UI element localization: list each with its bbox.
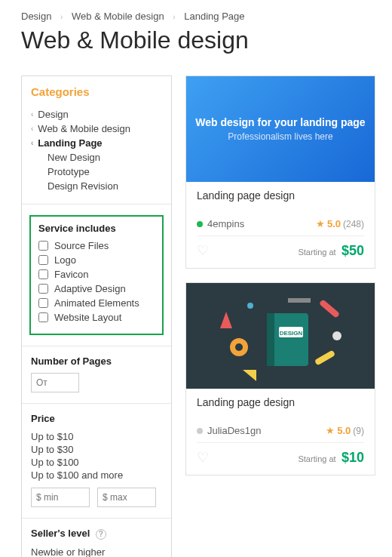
service-card[interactable]: DESIGN Landing page design <box>185 282 375 475</box>
breadcrumb-link[interactable]: Design <box>21 11 51 22</box>
star-icon: ★ <box>326 425 335 436</box>
card-title: Landing page design <box>197 189 364 202</box>
card-thumbnail: Web design for your landing page Profess… <box>186 76 375 182</box>
svg-point-11 <box>332 331 341 340</box>
price-option[interactable]: Up to $30 <box>31 443 162 456</box>
pages-from-input[interactable] <box>31 373 79 392</box>
filter-source-files[interactable]: Source Files <box>38 238 155 253</box>
rating-value: 5.0 <box>337 425 351 436</box>
star-icon: ★ <box>316 218 325 229</box>
checkbox[interactable] <box>38 269 48 279</box>
banner-title: Web design for your landing page <box>195 116 365 128</box>
pages-filter: Number of Pages <box>22 346 171 392</box>
price-max-input[interactable] <box>97 488 156 507</box>
category-item-design[interactable]: ‹Design <box>31 107 162 122</box>
seller-level-filter: Seller's level ? Newbie or higher Advanc… <box>22 519 171 557</box>
price-option[interactable]: Up to $100 <box>31 456 162 469</box>
rating-count: (9) <box>353 426 364 436</box>
chevron-right-icon: › <box>173 13 175 21</box>
filter-favicon[interactable]: Favicon <box>38 267 155 282</box>
breadcrumb-link[interactable]: Landing Page <box>184 11 244 22</box>
category-item-prototype[interactable]: Prototype <box>31 165 162 179</box>
categories-heading: Categories <box>31 85 162 98</box>
price-filter: Price Up to $10 Up to $30 Up to $100 Up … <box>22 404 171 507</box>
chevron-left-icon: ‹ <box>31 125 33 133</box>
status-dot-icon <box>197 221 203 227</box>
svg-rect-2 <box>267 313 274 366</box>
seller-name[interactable]: JuliaDes1gn <box>207 425 262 436</box>
card-thumbnail: DESIGN <box>186 283 375 389</box>
filter-animated-elements[interactable]: Animated Elements <box>38 296 155 310</box>
category-item-landing-page[interactable]: ‹Landing Page <box>31 136 162 150</box>
price: Starting at $50 <box>298 243 364 259</box>
rating: ★ 5.0 (248) <box>316 218 364 229</box>
chevron-right-icon: › <box>60 13 63 21</box>
chevron-left-icon: ‹ <box>31 139 33 147</box>
category-item-design-revision[interactable]: Design Revision <box>31 179 162 193</box>
filters-sidebar: Categories ‹Design ‹Web & Mobile design … <box>21 75 172 557</box>
heart-icon[interactable]: ♡ <box>197 449 209 466</box>
rating-value: 5.0 <box>327 218 341 229</box>
filter-logo[interactable]: Logo <box>38 253 155 267</box>
price-option[interactable]: Up to $10 <box>31 430 162 443</box>
card-title: Landing page design <box>197 396 364 408</box>
svg-point-6 <box>235 343 243 351</box>
category-item-new-design[interactable]: New Design <box>31 150 162 165</box>
svg-point-12 <box>247 303 253 309</box>
breadcrumb-link[interactable]: Web & Mobile design <box>72 11 164 22</box>
filter-website-layout[interactable]: Website Layout <box>38 310 155 325</box>
rating: ★ 5.0 (9) <box>326 425 364 436</box>
service-card[interactable]: Web design for your landing page Profess… <box>185 75 375 269</box>
filter-adaptive-design[interactable]: Adaptive Design <box>38 282 155 296</box>
checkbox[interactable] <box>38 241 48 251</box>
breadcrumb: Design › Web & Mobile design › Landing P… <box>21 11 375 22</box>
status-dot-icon <box>197 428 203 434</box>
rating-count: (248) <box>343 219 364 229</box>
chevron-left-icon: ‹ <box>31 110 33 118</box>
divider <box>22 204 171 205</box>
page-title: Web & Mobile design <box>21 26 375 54</box>
help-icon[interactable]: ? <box>96 529 106 540</box>
svg-rect-13 <box>288 298 311 303</box>
price: Starting at $10 <box>298 450 364 466</box>
service-includes-heading: Service includes <box>38 223 155 234</box>
pages-heading: Number of Pages <box>31 355 162 367</box>
svg-text:DESIGN: DESIGN <box>280 330 303 337</box>
price-option[interactable]: Up to $100 and more <box>31 469 162 482</box>
service-includes-filter: Service includes Source Files Logo Favic… <box>29 215 164 335</box>
checkbox[interactable] <box>38 298 48 308</box>
price-heading: Price <box>31 413 162 424</box>
heart-icon[interactable]: ♡ <box>197 242 209 259</box>
results-list: Web design for your landing page Profess… <box>185 75 375 475</box>
checkbox[interactable] <box>38 312 48 322</box>
category-item-web-mobile[interactable]: ‹Web & Mobile design <box>31 122 162 136</box>
checkbox[interactable] <box>38 255 48 265</box>
seller-name[interactable]: 4empins <box>207 218 244 229</box>
checkbox[interactable] <box>38 284 48 294</box>
category-tree: ‹Design ‹Web & Mobile design ‹Landing Pa… <box>31 107 162 193</box>
seller-level-heading: Seller's level ? <box>31 528 162 540</box>
price-min-input[interactable] <box>31 488 90 507</box>
seller-level-option[interactable]: Newbie or higher <box>31 546 162 557</box>
banner-subtitle: Professionalism lives here <box>228 131 332 142</box>
